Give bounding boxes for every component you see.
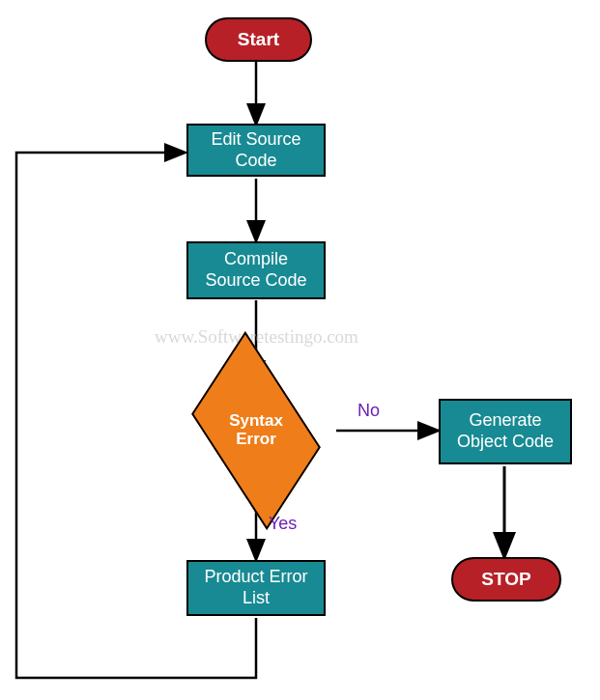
stop-node: STOP [451,557,561,602]
compile-line1: Compile [205,249,306,270]
generate-line2: Object Code [457,432,554,453]
product-line1: Product Error [204,567,307,588]
syntax-line2: Error [229,431,283,449]
generate-line1: Generate [457,410,554,432]
process-product-error-list: Product Error List [186,560,326,616]
edit-line1: Edit Source [211,129,300,151]
watermark-text: www.Softwaretestingo.com [155,326,358,348]
start-label: Start [238,29,279,50]
decision-syntax-error: Syntax Error [188,382,324,479]
process-compile-source: Compile Source Code [186,241,326,299]
start-node: Start [205,17,312,62]
process-generate-object-code: Generate Object Code [439,399,572,464]
flowchart-canvas: Start Edit Source Code Compile Source Co… [0,0,600,700]
stop-label: STOP [481,569,530,590]
edge-label-no: No [357,401,380,421]
product-line2: List [204,588,307,609]
process-edit-source: Edit Source Code [186,124,326,177]
edge-label-yes: Yes [269,514,297,534]
edit-line2: Code [211,151,300,172]
syntax-line1: Syntax [229,412,283,431]
compile-line2: Source Code [205,270,306,292]
